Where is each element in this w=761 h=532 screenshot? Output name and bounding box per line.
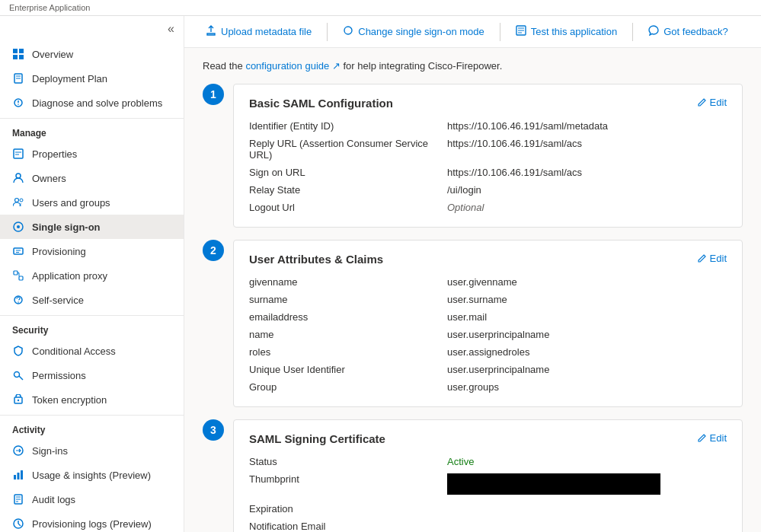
section3-edit-button[interactable]: Edit xyxy=(697,432,727,444)
sidebar-item-conditional-access[interactable]: Conditional Access xyxy=(0,339,184,363)
toolbar-divider-2 xyxy=(500,23,500,41)
svg-point-15 xyxy=(20,199,23,202)
sidebar-collapse-button[interactable]: « xyxy=(168,22,174,36)
section3-header: SAML Signing Certificate Edit xyxy=(249,432,727,445)
sidebar-item-token-encryption[interactable]: Token encryption xyxy=(0,387,184,412)
sidebar-item-sso-label: Single sign-on xyxy=(32,221,101,233)
sidebar-item-properties-label: Properties xyxy=(32,148,77,160)
s3-label-2: Expiration xyxy=(249,502,447,516)
step1-circle: 1 xyxy=(203,84,224,105)
got-feedback-button[interactable]: Got feedback? xyxy=(642,22,734,41)
sidebar-item-provisioning-logs[interactable]: Provisioning logs (Preview) xyxy=(0,511,184,532)
s2-value-6: user.groups xyxy=(447,380,727,394)
s2-value-5: user.userprincipalname xyxy=(447,362,727,377)
manage-section-label: Manage xyxy=(0,118,184,142)
sidebar-item-usage-insights[interactable]: Usage & insights (Preview) xyxy=(0,463,184,487)
svg-line-41 xyxy=(18,524,21,526)
svg-point-9 xyxy=(18,104,19,105)
s3-label-3: Notification Email xyxy=(249,519,447,532)
sidebar-item-deployment-plan[interactable]: Deployment Plan xyxy=(0,66,184,91)
section3-title: SAML Signing Certificate xyxy=(249,432,385,445)
s2-label-2: emailaddress xyxy=(249,310,447,324)
sidebar-item-token-label: Token encryption xyxy=(32,394,107,406)
sidebar-item-diagnose[interactable]: Diagnose and solve problems xyxy=(0,91,184,115)
book-icon xyxy=(12,72,24,84)
step3-circle: 3 xyxy=(203,419,224,441)
upload-icon xyxy=(206,25,216,38)
grid-icon xyxy=(12,48,24,60)
sidebar-item-diagnose-label: Diagnose and solve problems xyxy=(32,97,162,109)
feedback-icon xyxy=(648,25,659,38)
s1-value-0: https://10.106.46.191/saml/metadata xyxy=(447,119,727,133)
svg-point-17 xyxy=(17,225,20,228)
section3-body: Status Active Thumbprint Expiration Noti… xyxy=(249,454,727,532)
svg-rect-21 xyxy=(14,271,18,275)
s1-label-2: Sign on URL xyxy=(249,165,447,180)
activity-section-label: Activity xyxy=(0,415,184,438)
sidebar-item-self-service[interactable]: Self-service xyxy=(0,288,184,312)
toolbar-divider-1 xyxy=(327,23,328,41)
s1-label-3: Relay State xyxy=(249,183,447,197)
svg-rect-2 xyxy=(13,55,18,59)
s1-label-0: Identifier (Entity ID) xyxy=(249,119,447,133)
s3-label-1: Thumbprint xyxy=(249,472,447,499)
top-bar-title: Enterprise Application xyxy=(9,3,90,12)
sidebar-item-prov-logs-label: Provisioning logs (Preview) xyxy=(32,518,152,530)
sidebar-item-owners[interactable]: Owners xyxy=(0,166,184,190)
s3-value-thumbprint xyxy=(447,472,727,499)
svg-rect-3 xyxy=(19,55,24,59)
s2-label-0: givenname xyxy=(249,275,447,289)
sidebar-item-application-proxy[interactable]: Application proxy xyxy=(0,263,184,288)
svg-point-26 xyxy=(18,301,19,303)
sidebar-item-sign-ins-label: Sign-ins xyxy=(32,445,68,457)
sidebar-item-self-service-label: Self-service xyxy=(32,295,84,306)
s1-value-3: /ui/login xyxy=(447,183,727,197)
sidebar-item-sign-ins[interactable]: Sign-ins xyxy=(0,438,184,463)
sidebar-item-permissions[interactable]: Permissions xyxy=(0,363,184,387)
upload-metadata-button[interactable]: Upload metadata file xyxy=(200,22,318,41)
chart-icon xyxy=(12,469,24,481)
section3-container: 3 SAML Signing Certificate Edit Status A… xyxy=(203,419,743,532)
svg-rect-1 xyxy=(19,49,24,53)
section1-container: 1 Basic SAML Configuration Edit Identifi… xyxy=(203,84,743,228)
sidebar-item-users-groups[interactable]: Users and groups xyxy=(0,190,184,215)
sidebar-item-owners-label: Owners xyxy=(32,173,66,184)
s2-value-0: user.givenname xyxy=(447,275,727,289)
svg-rect-32 xyxy=(14,475,16,479)
svg-point-30 xyxy=(18,400,19,401)
test-icon xyxy=(516,25,526,38)
tools-icon xyxy=(12,97,24,109)
sidebar-collapse-area: « xyxy=(0,16,184,42)
section2-edit-button[interactable]: Edit xyxy=(697,253,727,264)
content-area: Read the configuration guide ↗ for help … xyxy=(184,48,761,532)
configuration-guide-link[interactable]: configuration guide ↗ xyxy=(245,60,340,72)
sidebar-item-properties[interactable]: Properties xyxy=(0,142,184,166)
s2-label-4: roles xyxy=(249,345,447,359)
s2-value-4: user.assignedroles xyxy=(447,345,727,359)
sidebar: « Overview Deployment Plan Diagnose and … xyxy=(0,16,184,532)
sidebar-item-single-sign-on[interactable]: Single sign-on xyxy=(0,215,184,239)
sidebar-item-audit-logs[interactable]: Audit logs xyxy=(0,487,184,511)
change-sso-mode-button[interactable]: Change single sign-on mode xyxy=(337,22,491,41)
test-application-button[interactable]: Test this application xyxy=(510,22,623,41)
key-icon xyxy=(12,369,24,381)
provisioning-icon xyxy=(12,245,24,257)
section1-edit-button[interactable]: Edit xyxy=(697,97,727,108)
section2-header: User Attributes & Claims Edit xyxy=(249,253,727,266)
security-section-label: Security xyxy=(0,315,184,339)
svg-rect-0 xyxy=(13,49,18,53)
s1-value-4: Optional xyxy=(447,200,727,215)
s3-value-status: Active xyxy=(447,454,727,469)
toolbar: Upload metadata file Change single sign-… xyxy=(184,16,761,48)
provlog-icon xyxy=(12,518,24,530)
svg-rect-18 xyxy=(14,248,23,254)
sidebar-item-usage-label: Usage & insights (Preview) xyxy=(32,470,151,481)
intro-paragraph: Read the configuration guide ↗ for help … xyxy=(203,60,743,72)
sidebar-item-overview[interactable]: Overview xyxy=(0,42,184,66)
sidebar-item-users-groups-label: Users and groups xyxy=(32,197,110,209)
token-icon xyxy=(12,393,24,406)
section1-body: Identifier (Entity ID) https://10.106.46… xyxy=(249,119,727,215)
section1-title: Basic SAML Configuration xyxy=(249,97,393,110)
sidebar-item-provisioning[interactable]: Provisioning xyxy=(0,239,184,263)
section3-card: SAML Signing Certificate Edit Status Act… xyxy=(233,419,743,532)
